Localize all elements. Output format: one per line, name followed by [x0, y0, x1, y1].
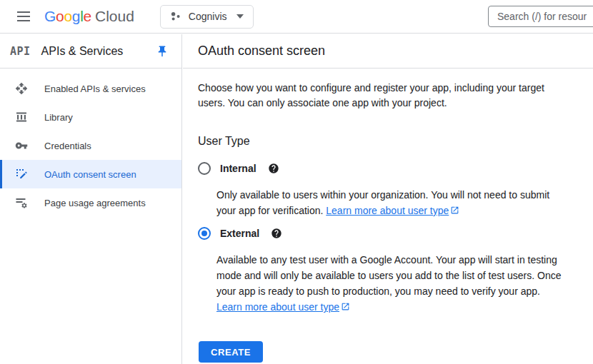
- sidebar-title: APIs & Services: [41, 45, 124, 58]
- sidebar-header: API APIs & Services: [0, 34, 181, 69]
- sidebar-item-label: Enabled APIs & services: [44, 84, 146, 94]
- user-type-option-internal: Internal Only available to users within …: [198, 160, 577, 219]
- create-button[interactable]: CREATE: [199, 341, 263, 363]
- api-logo: API: [10, 45, 31, 58]
- menu-button[interactable]: [11, 4, 36, 29]
- sidebar-item-credentials[interactable]: Credentials: [0, 131, 181, 160]
- external-radio[interactable]: [198, 227, 211, 240]
- topbar: Google Cloud Cognivis: [0, 0, 593, 34]
- agreements-icon: [15, 196, 28, 209]
- logo-letter: o: [64, 8, 71, 25]
- internal-description: Only available to users within your orga…: [216, 187, 568, 219]
- external-label: External: [220, 228, 259, 239]
- content-body: Choose how you want to configure and reg…: [183, 69, 593, 363]
- logo-letter: G: [44, 8, 56, 25]
- sidebar-item-label: Library: [44, 112, 73, 123]
- main-content: OAuth consent screen Choose how you want…: [183, 34, 593, 364]
- help-icon: [268, 163, 279, 174]
- logo-letter: o: [56, 8, 64, 25]
- external-description-text: Available to any test user with a Google…: [216, 254, 562, 297]
- sidebar-item-label: OAuth consent screen: [44, 169, 136, 180]
- internal-radio[interactable]: [198, 162, 211, 175]
- chevron-down-icon: [236, 14, 244, 19]
- internal-learn-more-link[interactable]: Learn more about user type: [326, 205, 459, 216]
- sidebar-item-label: Credentials: [44, 141, 91, 151]
- library-icon: [15, 111, 28, 123]
- user-type-heading: User Type: [198, 134, 577, 148]
- hamburger-icon: [17, 11, 30, 21]
- logo-letter: e: [84, 8, 91, 25]
- pin-icon: [156, 45, 169, 58]
- consent-screen-icon: [15, 168, 28, 181]
- sidebar-item-label: Page usage agreements: [44, 198, 146, 208]
- open-in-new-icon: [450, 203, 459, 219]
- search-input[interactable]: [488, 6, 593, 27]
- google-cloud-logo[interactable]: Google Cloud: [44, 8, 134, 25]
- external-description: Available to any test user with a Google…: [216, 252, 568, 315]
- intro-text: Choose how you want to configure and reg…: [198, 81, 573, 111]
- external-help-button[interactable]: [271, 228, 282, 239]
- pin-button[interactable]: [156, 45, 169, 58]
- logo-letter: g: [72, 8, 80, 25]
- internal-label: Internal: [220, 163, 256, 174]
- link-text: Learn more about user type: [326, 205, 449, 216]
- help-icon: [271, 228, 282, 239]
- user-type-option-external: External Available to any test user with…: [198, 225, 577, 315]
- link-text: Learn more about user type: [216, 301, 339, 313]
- project-dots-icon: [170, 11, 181, 22]
- key-icon: [15, 139, 28, 152]
- sidebar-item-oauth-consent-screen[interactable]: OAuth consent screen: [0, 160, 181, 188]
- internal-help-button[interactable]: [268, 163, 279, 174]
- logo-cloud-text: Cloud: [95, 8, 134, 25]
- sidebar-item-page-usage-agreements[interactable]: Page usage agreements: [0, 188, 181, 217]
- sidebar-item-library[interactable]: Library: [0, 103, 181, 131]
- enabled-apis-icon: [15, 82, 28, 95]
- content-header: OAuth consent screen: [183, 34, 593, 69]
- project-name: Cognivis: [189, 11, 227, 22]
- sidebar: API APIs & Services Enabled APIs & servi…: [0, 34, 182, 364]
- sidebar-nav: Enabled APIs & services Library Credenti…: [0, 69, 181, 217]
- sidebar-item-enabled-apis[interactable]: Enabled APIs & services: [0, 74, 181, 103]
- external-option-row: External: [198, 225, 577, 242]
- open-in-new-icon: [341, 300, 350, 315]
- project-selector[interactable]: Cognivis: [160, 5, 254, 29]
- internal-option-row: Internal: [198, 160, 577, 177]
- page-title: OAuth consent screen: [198, 44, 325, 59]
- external-learn-more-link[interactable]: Learn more about user type: [216, 301, 350, 313]
